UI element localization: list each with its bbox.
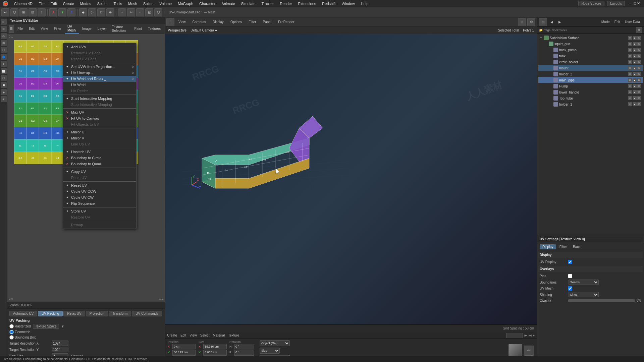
uv-cell-F0[interactable]: F1 xyxy=(14,102,26,115)
dropdown-mirror-u[interactable]: ✦ Mirror U xyxy=(63,129,136,135)
viewport-tab-view[interactable]: View xyxy=(176,19,189,24)
tree-eye-6-0[interactable]: 👁 xyxy=(628,72,632,76)
sidebar-icon-7[interactable]: ✦ xyxy=(1,61,7,67)
uv-cell-J3[interactable]: J4 xyxy=(51,152,64,164)
tree-eye-11-1[interactable]: ■ xyxy=(633,102,637,106)
uv-tab-image[interactable]: Image xyxy=(79,26,94,31)
window-controls[interactable]: — □ ✕ xyxy=(628,1,641,6)
viewport-tab-panel[interactable]: Panel xyxy=(260,19,274,24)
viewport-tab-prorender[interactable]: ProRender xyxy=(275,19,297,24)
tree-eye-4-2[interactable]: ⊡ xyxy=(637,60,641,64)
uv-tab-view[interactable]: View xyxy=(38,26,51,31)
right-panel-back-btn[interactable]: ◀ xyxy=(548,19,555,24)
bottom-tab-select[interactable]: Select xyxy=(200,334,210,337)
material-icon-btn[interactable]: Mat xyxy=(524,346,534,356)
right-panel-user-data-tab[interactable]: User Data xyxy=(623,19,642,24)
uv-cell-B1[interactable]: B2 xyxy=(26,53,39,65)
pos-x-input[interactable] xyxy=(172,344,196,349)
size-x-input[interactable] xyxy=(203,344,227,349)
uv-cell-E2[interactable]: E3 xyxy=(39,90,51,102)
bottom-tab-view[interactable]: View xyxy=(190,334,197,337)
bottom-tab-create[interactable]: Create xyxy=(167,334,177,337)
menu-render[interactable]: Render xyxy=(277,1,294,6)
edge-mode-btn[interactable]: ▷ xyxy=(88,8,96,16)
uv-cell-I0[interactable]: I1 xyxy=(14,139,26,152)
menu-window[interactable]: Window xyxy=(339,1,358,6)
tree-eye-10-2[interactable]: ⊡ xyxy=(637,96,641,100)
uv-cell-A0[interactable]: 0.1 xyxy=(14,40,26,53)
menu-mograph[interactable]: MoGraph xyxy=(175,1,196,6)
tree-eye-4-1[interactable]: ■ xyxy=(633,60,637,64)
z-axis-btn[interactable]: Z xyxy=(67,8,75,16)
viewport-menu-toggle[interactable]: ☰ xyxy=(166,18,174,26)
viewport-tab-cameras[interactable]: Cameras xyxy=(190,19,209,24)
tree-eye-0-2[interactable]: ⊡ xyxy=(637,36,641,40)
timeline-controls[interactable]: ⏮ ⏭ ▶ xyxy=(524,334,535,337)
viewport-tab-options[interactable]: Options xyxy=(228,19,245,24)
tab-automatic-uv[interactable]: Automatic UV xyxy=(9,311,37,316)
rasterized-radio[interactable] xyxy=(9,324,14,328)
size-y-input[interactable] xyxy=(203,350,227,355)
add-btn[interactable]: + xyxy=(118,8,126,16)
select-btn[interactable]: ⊡ xyxy=(29,8,37,16)
uv-cell-G2[interactable]: G3 xyxy=(39,115,51,127)
tree-item-circle-holder[interactable]: circle_holder👁■⊡ xyxy=(538,59,643,65)
uv-cell-E0[interactable]: E1 xyxy=(14,90,26,102)
y-axis-btn[interactable]: Y xyxy=(58,8,66,16)
menu-character[interactable]: Character xyxy=(197,1,218,6)
tree-item-subdivision-surface[interactable]: ▼Subdivision Surface👁■⊡ xyxy=(538,35,643,41)
tree-item-holder-2[interactable]: holder_2👁■⊡ xyxy=(538,71,643,77)
pins-checkbox[interactable] xyxy=(568,274,572,278)
boundaries-select[interactable]: Seams xyxy=(569,280,599,285)
tree-item-pump[interactable]: Pump👁■⊡ xyxy=(538,83,643,89)
tree-eye-0-1[interactable]: ■ xyxy=(633,36,637,40)
uv-cell-G0[interactable]: G1 xyxy=(14,115,26,127)
tree-eye-9-0[interactable]: 👁 xyxy=(628,90,632,94)
sidebar-icon-2[interactable]: ☰ xyxy=(1,26,7,32)
dropdown-unstitch-uv[interactable]: ✦ Unstitch UV xyxy=(63,149,136,155)
rot-p-input[interactable] xyxy=(234,350,254,355)
menu-cinema4d[interactable]: Cinema 4D xyxy=(11,1,35,6)
uv-cell-H1[interactable]: H2 xyxy=(26,127,39,139)
uv-cell-D0[interactable]: D1 xyxy=(14,77,26,90)
bounding-box-radio-label[interactable]: Bounding Box xyxy=(9,335,36,340)
dropdown-reset-uv[interactable]: ✦ Reset UV xyxy=(63,182,136,188)
tree-eye-0-0[interactable]: 👁 xyxy=(628,36,632,40)
uv-tab-file[interactable]: File xyxy=(15,26,25,31)
dropdown-boundary-quad[interactable]: ✕ Boundary to Quad xyxy=(63,161,136,167)
tree-item-mount[interactable]: mount👁■⊡ xyxy=(538,65,643,71)
tree-eye-8-2[interactable]: ⊡ xyxy=(637,84,641,88)
texture-space-arrow[interactable]: ▼ xyxy=(61,324,64,328)
uv-cell-H2[interactable]: H3 xyxy=(39,127,51,139)
layouts-selector[interactable]: Layouts xyxy=(607,1,625,6)
dropdown-cycle-cw[interactable]: ✦ Cycle UV CW xyxy=(63,194,136,200)
menu-simulate[interactable]: Simulate xyxy=(238,1,258,6)
menu-mesh[interactable]: Mesh xyxy=(125,1,140,6)
tree-eye-9-1[interactable]: ■ xyxy=(633,90,637,94)
uv-cell-D3[interactable]: D4 xyxy=(51,77,64,90)
uv-cell-C3[interactable]: C4 xyxy=(51,65,64,77)
tree-eye-8-0[interactable]: 👁 xyxy=(628,84,632,88)
menu-volume[interactable]: Volume xyxy=(157,1,175,6)
tree-eye-1-0[interactable]: 👁 xyxy=(628,42,632,46)
bottom-tab-texture[interactable]: Texture xyxy=(228,334,239,337)
viewport-canvas[interactable]: D J3 G Ge H3 H8 A A2 Y Z xyxy=(165,34,537,324)
right-panel-mode-tab[interactable]: Mode xyxy=(599,19,612,24)
tab-relax-uv[interactable]: Relax UV xyxy=(63,311,85,316)
uv-canvas-area[interactable]: ✦ Add UVs Remove UV Pegs Reset UV Pegs ✦… xyxy=(7,34,165,302)
tree-eye-4-0[interactable]: 👁 xyxy=(628,60,632,64)
tree-eye-7-1[interactable]: ■ xyxy=(633,78,637,82)
menu-animate[interactable]: Animate xyxy=(219,1,237,6)
viewport-tab-display[interactable]: Display xyxy=(210,19,226,24)
tree-item-top-tube[interactable]: Top_tube👁■⊡ xyxy=(538,95,643,101)
size-type-select[interactable]: Size xyxy=(260,348,280,354)
point-mode-btn[interactable]: ◆ xyxy=(79,8,87,16)
tab-projection[interactable]: Projection xyxy=(86,311,108,316)
uv-cell-B0[interactable]: B1 xyxy=(14,53,26,65)
right-panel-edit-tab[interactable]: Edit xyxy=(612,19,622,24)
sidebar-icon-5[interactable]: ⬡ xyxy=(1,47,7,53)
uv-cell-C0[interactable]: C1 xyxy=(14,65,26,77)
texture-space-btn[interactable]: Texture Space xyxy=(33,324,59,329)
uv-cell-C1[interactable]: C2 xyxy=(26,65,39,77)
breadcrumb-item-1[interactable]: Tags xyxy=(544,28,550,32)
